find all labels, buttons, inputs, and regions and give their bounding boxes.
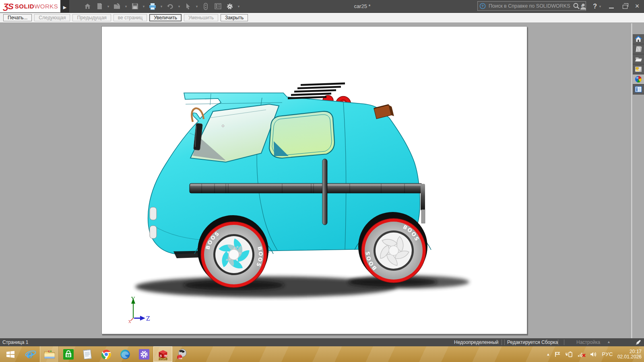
next-page-button: Следующая xyxy=(34,14,70,21)
status-bar: Страница 1 Недоопределенный Редактируетс… xyxy=(0,338,644,346)
document-title: car25 * xyxy=(314,0,411,12)
save-dropdown-icon[interactable]: ▾ xyxy=(142,4,146,8)
windows-taskbar: e SW2018 SW ▲ РУС 20:17 02.01.2026 xyxy=(0,346,644,362)
undo-dropdown-icon[interactable]: ▾ xyxy=(177,4,181,8)
taskbar-notepad[interactable] xyxy=(78,346,97,362)
system-tray: ▲ РУС 20:17 02.01.2026 xyxy=(546,346,642,362)
properties-panel-icon[interactable] xyxy=(213,1,223,12)
svg-text:2018: 2018 xyxy=(159,356,167,360)
solidworks-logo: ƷS SOLIDWORKS xyxy=(0,0,60,12)
touch-mode-icon[interactable] xyxy=(200,1,211,12)
appearances-scenes-icon[interactable] xyxy=(633,74,644,84)
design-library-icon[interactable] xyxy=(633,44,644,54)
axis-z-label: Z xyxy=(146,315,150,322)
roof-vents xyxy=(288,82,345,99)
door-window xyxy=(269,111,334,158)
print-button[interactable]: Печать... xyxy=(3,14,32,21)
cursor-dropdown-icon[interactable]: ▾ xyxy=(195,4,199,8)
page-indicator: Страница 1 xyxy=(2,339,28,345)
taskbar-store[interactable] xyxy=(59,346,78,362)
close-button[interactable]: × xyxy=(634,3,641,10)
options-dropdown-icon[interactable]: ▾ xyxy=(237,4,241,8)
taskbar-internet-explorer[interactable]: e xyxy=(21,346,40,362)
language-indicator[interactable]: РУС xyxy=(602,351,613,357)
task-pane-icon-column xyxy=(633,34,644,95)
main-toolbar: ▾ ▾ ▾ ▾ ▾ ▾ ▾ xyxy=(82,0,241,12)
door-handle-bar xyxy=(322,159,327,225)
options-gear-icon[interactable] xyxy=(225,1,235,12)
rear-wheel: BOOS BOOS xyxy=(361,218,426,283)
taskbar-settings[interactable] xyxy=(134,346,153,362)
coordinate-triad: Y Z X xyxy=(128,296,150,324)
close-preview-button[interactable]: Закрыть xyxy=(221,14,248,21)
print-preview-toolbar: Печать... Следующая Предыдущая ве страни… xyxy=(0,13,644,23)
print-icon[interactable] xyxy=(147,1,158,12)
edit-mode-state: Редактируется Сборка xyxy=(507,339,558,345)
tray-date: 02.01.2026 xyxy=(617,354,642,360)
taskbar-edge[interactable] xyxy=(116,346,134,362)
front-wheel: BOOS BOOS xyxy=(201,222,267,288)
zoom-in-button[interactable]: Увеличить xyxy=(149,14,182,21)
svg-text:SW: SW xyxy=(178,357,182,359)
zoom-out-button: Уменьшить xyxy=(184,14,218,21)
axis-y-label: Y xyxy=(131,296,135,302)
customize-status-bar: Настройка xyxy=(576,339,600,345)
task-pane-edge[interactable] xyxy=(630,23,632,338)
save-icon[interactable] xyxy=(130,1,140,12)
view-palette-icon[interactable] xyxy=(633,64,644,74)
custom-properties-icon[interactable] xyxy=(633,84,644,95)
search-input[interactable] xyxy=(488,3,573,9)
volume-icon[interactable] xyxy=(590,351,597,358)
tray-time: 20:17 xyxy=(630,349,642,354)
car-assembly-drawing: BOOS BOOS BOOS xyxy=(102,27,527,334)
file-explorer-pane-icon[interactable] xyxy=(633,54,644,64)
network-disconnected-icon[interactable] xyxy=(578,351,586,358)
home-icon[interactable] xyxy=(82,1,93,12)
taskbar-chrome[interactable] xyxy=(97,346,116,362)
axis-x-label: X xyxy=(128,320,131,324)
taskbar-solidworks-2018[interactable]: SW2018 xyxy=(153,346,172,362)
open-icon[interactable] xyxy=(112,1,122,12)
svg-text:e: e xyxy=(26,348,33,360)
taskbar-file-explorer[interactable] xyxy=(40,346,59,362)
home-tab-icon[interactable] xyxy=(633,34,644,44)
title-bar: ƷS SOLIDWORKS ▶ ▾ ▾ ▾ ▾ ▾ ▾ ▾ car xyxy=(0,0,644,13)
taskbar-solidworks-rx[interactable]: SW xyxy=(172,346,191,362)
open-dropdown-icon[interactable]: ▾ xyxy=(124,4,128,8)
action-center-flag-icon[interactable] xyxy=(554,351,561,358)
new-document-icon[interactable] xyxy=(94,1,105,12)
help-dropdown-icon[interactable]: ▾ xyxy=(598,4,602,8)
show-hidden-icons[interactable]: ▲ xyxy=(546,352,550,356)
two-pages-button: ве страниц xyxy=(114,14,147,21)
svg-text:?: ? xyxy=(481,4,484,8)
print-dropdown-icon[interactable]: ▾ xyxy=(159,4,163,8)
user-login-icon[interactable] xyxy=(579,2,587,10)
power-plug-icon[interactable] xyxy=(565,351,573,358)
print-preview-page[interactable]: BOOS BOOS BOOS xyxy=(101,26,527,334)
clock[interactable]: 20:17 02.01.2026 xyxy=(617,349,642,360)
constraint-state: Недоопределенный xyxy=(454,339,499,345)
tags-pen-icon[interactable] xyxy=(635,339,642,346)
help-circle-icon: ? xyxy=(479,3,486,9)
minimize-button[interactable] xyxy=(608,3,615,10)
help-icon[interactable]: ? xyxy=(593,3,597,10)
help-search-box[interactable]: ? ▾ xyxy=(477,1,586,11)
previous-page-button: Предыдущая xyxy=(72,14,111,21)
new-dropdown-icon[interactable]: ▾ xyxy=(106,4,110,8)
start-button[interactable] xyxy=(0,346,21,362)
restore-button[interactable] xyxy=(621,3,628,10)
undo-icon[interactable] xyxy=(165,1,175,12)
select-cursor-icon[interactable] xyxy=(183,1,193,12)
car-shadow xyxy=(135,276,469,297)
ds-logo-icon: ƷS xyxy=(3,2,13,11)
status-expand-icon[interactable]: ▲ xyxy=(607,340,611,344)
